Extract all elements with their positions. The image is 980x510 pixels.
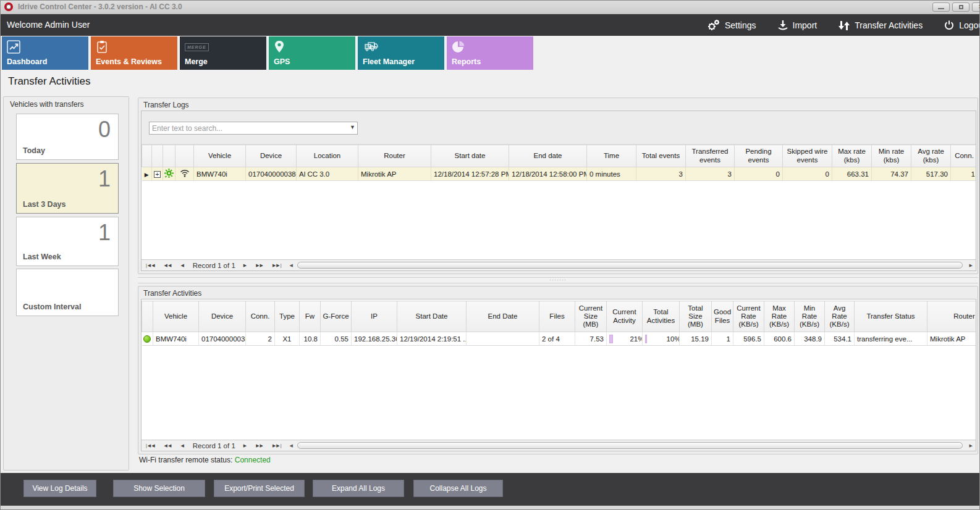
acts-col-current-activity[interactable]: Current Activity [607,301,643,332]
nav-next-page-button[interactable]: ▶▶ [256,443,264,448]
tab-fleet-manager[interactable]: Fleet Manager [358,36,444,70]
hscroll-left-icon[interactable]: ◀ [290,263,293,268]
tab-events-reviews[interactable]: Events & Reviews [91,36,177,70]
search-input[interactable] [152,123,344,133]
nav-first-button[interactable]: |◀◀ [146,443,156,448]
acts-col-router[interactable]: Router [927,301,977,332]
nav-prev-button[interactable]: ◀ [180,443,184,448]
collapse-all-logs-button[interactable]: Collapse All Logs [413,480,503,497]
logs-col-location[interactable]: Location [297,145,358,167]
transfer-arrows-icon [838,19,850,31]
panel-splitter[interactable]: ······· [138,277,978,283]
filter-card-last-week[interactable]: 1 Last Week [16,217,119,266]
vehicles-with-transfers-panel: Vehicles with transfers 0 Today 1 Last 3… [3,96,129,470]
minimize-button[interactable] [932,2,950,12]
combo-dropdown-icon[interactable]: ▼ [350,124,355,130]
acts-col-current-size[interactable]: Current Size (MB) [575,301,607,332]
expand-row-button[interactable]: + [152,167,163,181]
acts-col-good-files[interactable]: Good Files [712,301,733,332]
logs-col-avg-rate[interactable]: Avg rate (kbs) [911,145,951,167]
acts-col-type[interactable]: Type [275,301,300,332]
logs-col-pending-events[interactable]: Pending events [735,145,783,167]
acts-col-avg-rate[interactable]: Avg Rate (KB/s) [825,301,855,332]
logs-col-vehicle[interactable]: Vehicle [194,145,246,167]
acts-col-vehicle[interactable]: Vehicle [153,301,199,332]
transfer-activities-button[interactable]: Transfer Activities [838,19,923,31]
logs-col-device[interactable]: Device [246,145,297,167]
filter-card-last-3-days[interactable]: 1 Last 3 Days [16,163,119,214]
acts-col-files[interactable]: Files [539,301,575,332]
filter-card-custom-interval[interactable]: Custom Interval [16,269,119,316]
settings-button[interactable]: Settings [707,19,756,31]
nav-first-button[interactable]: |◀◀ [146,263,156,268]
acts-col-transfer-status[interactable]: Transfer Status [855,301,927,332]
nav-prev-page-button[interactable]: ◀◀ [164,443,172,448]
logs-col-end-date[interactable]: End date [509,145,587,167]
logs-col-conn[interactable]: Conn. [951,145,977,167]
logs-col-total-events[interactable]: Total events [636,145,686,167]
hscroll-right-icon[interactable]: ▶ [969,263,973,268]
cell-max-rate: 663.31 [832,167,872,181]
transfer-logs-content: ▼ Vehicle Device Location [141,111,976,271]
window-title: Idrive Control Center - 3.0.2 version - … [18,1,182,14]
logs-col-transferred-events[interactable]: Transferred events [686,145,735,167]
gear-status-icon [163,167,175,181]
logout-button[interactable]: Logout [944,20,980,31]
scrollbar-thumb[interactable] [297,442,963,449]
acts-col-total-size[interactable]: Total Size (MB) [680,301,712,332]
logs-horizontal-scrollbar[interactable] [296,261,964,269]
logs-col-start-date[interactable]: Start date [431,145,509,167]
import-button[interactable]: Import [777,20,817,31]
cell-skipped-wire-events: 0 [783,167,832,181]
today-label: Today [23,146,45,155]
nav-next-page-button[interactable]: ▶▶ [256,263,264,268]
close-button[interactable]: ✕ [972,2,980,12]
nav-next-button[interactable]: ▶ [243,263,247,268]
hscroll-right-icon[interactable]: ▶ [969,443,973,448]
nav-last-button[interactable]: ▶▶| [272,443,282,448]
tab-gps[interactable]: GPS [269,36,355,70]
logs-table-row[interactable]: ▶ + BMW740i 017040000038 Al CC 3.0 Mikro… [142,167,977,181]
logs-col-skipped-wire-events[interactable]: Skipped wire events [783,145,832,167]
nav-last-button[interactable]: ▶▶| [272,263,282,268]
tab-merge[interactable]: MERGE Merge [180,36,266,70]
show-selection-button[interactable]: Show Selection [113,480,205,497]
logs-col-router[interactable]: Router [358,145,431,167]
expand-all-logs-button[interactable]: Expand All Logs [313,480,404,497]
acts-horizontal-scrollbar[interactable] [296,441,964,449]
scrollbar-thumb[interactable] [297,262,963,269]
acts-col-device[interactable]: Device [199,301,246,332]
tab-reports[interactable]: Reports [447,36,533,70]
view-log-details-button[interactable]: View Log Details [23,480,96,497]
tab-dashboard[interactable]: Dashboard [2,36,88,70]
filter-card-today[interactable]: 0 Today [16,114,119,160]
acts-col-end-date[interactable]: End Date [467,301,539,332]
tab-label: Dashboard [7,57,47,66]
acts-col-max-rate[interactable]: Max Rate (KB/s) [764,301,795,332]
top-bar-actions: Settings Import Transfer Activities Logo… [707,14,980,36]
acts-table-row[interactable]: BMW740i 017040000038 2 X1 10.8 0.55 192.… [142,332,977,346]
cell-ip: 192.168.25.30 [352,332,397,346]
acts-col-start-date[interactable]: Start Date [397,301,467,332]
logs-col-max-rate[interactable]: Max rate (kbs) [832,145,872,167]
acts-col-ip[interactable]: IP [352,301,397,332]
logs-col-time[interactable]: Time [587,145,636,167]
acts-col-total-activities[interactable]: Total Activities [643,301,680,332]
cell-total-size: 15.19 [680,332,712,346]
logs-col-min-rate[interactable]: Min rate (kbs) [872,145,911,167]
acts-col-min-rate[interactable]: Min Rate (KB/s) [795,301,825,332]
cell-location: Al CC 3.0 [297,167,358,181]
nav-prev-page-button[interactable]: ◀◀ [164,263,172,268]
transfer-activities-panel: Transfer Activities Vehicle Device Conn.… [138,286,978,454]
cell-good-files: 1 [712,332,733,346]
hscroll-left-icon[interactable]: ◀ [290,443,293,448]
maximize-button[interactable] [952,2,969,12]
logs-record-navigator: |◀◀ ◀◀ ◀ Record 1 of 1 ▶ ▶▶ ▶▶| ◀ ▶ [142,259,976,270]
export-print-selected-button[interactable]: Export/Print Selected [214,480,305,497]
nav-next-button[interactable]: ▶ [243,443,247,448]
acts-col-current-rate[interactable]: Current Rate (KB/s) [733,301,764,332]
acts-col-fw[interactable]: Fw [300,301,321,332]
nav-prev-button[interactable]: ◀ [180,263,184,268]
acts-col-conn[interactable]: Conn. [246,301,275,332]
acts-col-gforce[interactable]: G-Force [321,301,352,332]
